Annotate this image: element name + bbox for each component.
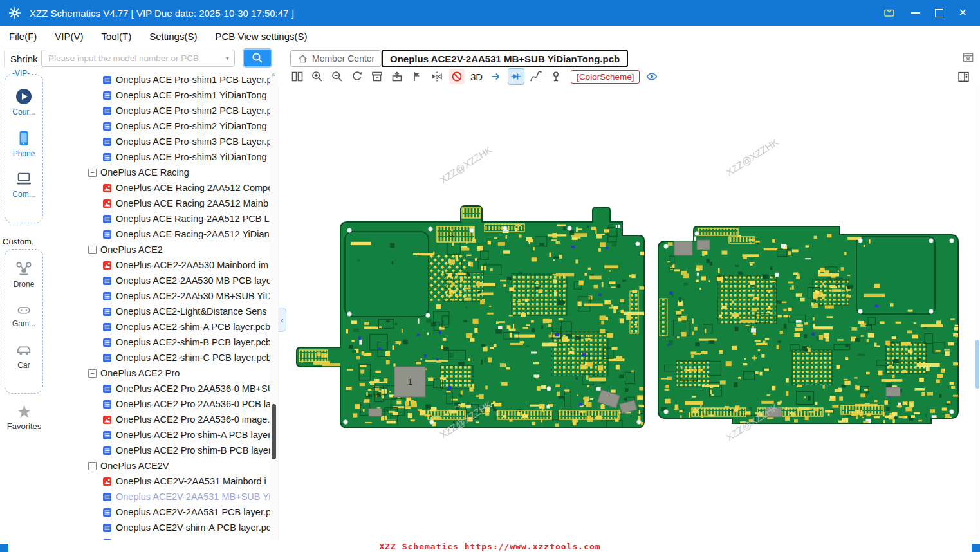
menu-item[interactable]: File(F) [0, 31, 46, 42]
pcb-file-icon [102, 307, 112, 317]
pcb-board-image[interactable]: 1 [279, 86, 975, 539]
tree-item[interactable]: − Oneplus ACE Pro-shim2 PCB Layer.p [48, 103, 270, 118]
search-button[interactable] [243, 48, 272, 68]
image-file-icon [102, 477, 112, 486]
3d-view-button[interactable]: 3D [469, 71, 484, 82]
tree-item[interactable]: − Oneplus ACE2-shim-B PCB layer.pcb [48, 335, 270, 350]
tree-item[interactable]: − Oneplus ACE2V-shim-A PCB layer.pc [48, 520, 270, 535]
highlight-icon[interactable] [449, 69, 465, 84]
collapse-minus-icon[interactable]: − [88, 462, 97, 470]
search-input[interactable] [47, 53, 223, 64]
tree-item[interactable]: − Oneplus ACE Pro-shim2 YiDianTong [48, 118, 270, 134]
watermark: XZZ@XZZHK [438, 144, 494, 186]
tree-item[interactable]: − OnePlus ACE Racing 2AA512 Compo [48, 180, 270, 196]
viewer-scroll-thumb[interactable] [975, 340, 979, 389]
tree-item-label: OnePlus ACE2 Pro [100, 368, 180, 378]
close-button[interactable]: ✕ [959, 8, 967, 18]
minimize-button[interactable] [911, 12, 920, 14]
tree-item[interactable]: − OnePlus ACE2 [48, 242, 270, 257]
tree-item[interactable]: − Oneplus ACE2-shim-C PCB layer.pcb [48, 350, 270, 365]
chevron-down-icon[interactable]: ▾ [225, 54, 229, 62]
tree-item[interactable]: − Oneplus ACE Racing-2AA512 YiDian [48, 226, 270, 242]
sidebar-item-game[interactable]: Gam... [12, 303, 35, 328]
menu-bar: File(F)VIP(V)Tool(T)Settings(S)PCB View … [0, 26, 980, 48]
sidebar-item-car[interactable]: Car [15, 342, 32, 370]
tree-item[interactable]: − OnePlus ACE2 Pro shim-B PCB layer. [48, 443, 270, 458]
menu-item[interactable]: PCB View settings(S) [206, 31, 316, 42]
sidebar-item-computer[interactable]: Com... [12, 171, 35, 199]
tree-item[interactable]: − Oneplus ACE2-Light&Distance Sens [48, 304, 270, 319]
model-search-box[interactable]: ▾ [41, 50, 235, 67]
diode-icon[interactable] [508, 69, 524, 84]
viewer-scrollbar[interactable] [975, 86, 980, 540]
scroll-up-icon[interactable]: ^ [272, 72, 275, 80]
menu-item[interactable]: Tool(T) [93, 31, 141, 42]
tree-scroll-thumb[interactable] [272, 404, 276, 459]
tree-item-label: Oneplus ACE Racing-2AA512 PCB La [116, 214, 270, 224]
tree-item[interactable]: − Oneplus ACE2V-2AA531 MB+SUB Yi [48, 489, 270, 504]
tree-item-label: OnePlus ACE Racing 2AA512 Compo [116, 183, 270, 193]
sidebar-item-drone[interactable]: Drone [14, 261, 35, 289]
open-file-tab[interactable]: Oneplus ACE2V-2AA531 MB+SUB YiDianTong.p… [382, 50, 628, 68]
tree-item[interactable]: − Oneplus ACE Pro-shim3 YiDianTong [48, 149, 270, 165]
tree-item-label: Oneplus ACE2-shim-A PCB layer.pcb [116, 322, 270, 332]
refresh-icon[interactable] [349, 69, 365, 84]
tree-item-label: OnePlus ACE2 Pro shim-A PCB layer. [116, 430, 270, 440]
member-center-button[interactable]: Member Center [290, 50, 382, 67]
tree-item[interactable]: − [48, 535, 270, 540]
pcb-canvas[interactable]: 1 [278, 86, 975, 540]
tree-item[interactable]: − OnePlus ACE2 Pro 2AA536-0 PCB lay [48, 396, 270, 412]
zoom-in-icon[interactable] [310, 69, 325, 84]
menu-item[interactable]: Settings(S) [140, 31, 206, 42]
sidebar-item-course[interactable]: Cour... [12, 87, 35, 116]
tree-item[interactable]: − Oneplus ACE Pro-shim3 PCB Layer.p [48, 134, 270, 149]
tree-item[interactable]: − Oneplus ACE Racing-2AA512 PCB La [48, 211, 270, 226]
flag-icon[interactable] [409, 69, 425, 84]
tree-item[interactable]: − Oneplus ACE2-2AA530 MB PCB laye [48, 273, 270, 288]
tree-item-label: Oneplus ACE Pro-shim1 PCB Layer.p [116, 75, 270, 85]
pcb-file-icon [102, 353, 112, 363]
tree-item[interactable]: − OnePlus ACE2V-2AA531 Mainbord i [48, 474, 270, 489]
collapse-minus-icon[interactable]: − [88, 369, 97, 378]
tree-item[interactable]: − OnePlus ACE Racing 2AA512 Mainb [48, 196, 270, 211]
tree-item[interactable]: − Oneplus ACE2-2AA530 MB+SUB YiD [48, 288, 270, 304]
tree-item[interactable]: − OnePlus ACE2 Pro 2AA536-0 image. [48, 412, 270, 427]
export-icon[interactable] [389, 69, 405, 84]
eye-icon[interactable] [644, 69, 660, 84]
close-file-icon[interactable] [962, 51, 974, 64]
tree-scrollbar[interactable]: ^ [270, 71, 278, 540]
skin-icon[interactable] [883, 6, 896, 19]
tree-item[interactable]: − OnePlus ACE2 Pro 2AA536-0 MB+SU [48, 381, 270, 396]
probe-pin-icon[interactable] [548, 69, 564, 84]
status-bar: XZZ Schematics https://www.xzztools.com [0, 540, 980, 552]
layer-panel-icon[interactable] [956, 69, 971, 84]
tree-item[interactable]: − OnePlus ACE Racing [48, 165, 270, 180]
menu-item[interactable]: VIP(V) [46, 31, 92, 42]
tree-item[interactable]: − Oneplus ACE2V-2AA531 PCB layer.p [48, 504, 270, 520]
maximize-button[interactable] [935, 9, 943, 17]
archive-box-icon[interactable] [369, 69, 385, 84]
split-view-icon[interactable] [290, 69, 305, 84]
tree-item[interactable]: − OnePlus ACE2-2AA530 Mainbord im [48, 257, 270, 273]
arrow-right-icon[interactable] [488, 69, 504, 84]
color-scheme-button[interactable]: [ColorScheme] [571, 70, 640, 84]
tree-item[interactable]: − Oneplus ACE Pro-shim1 YiDianTong [48, 87, 270, 103]
drone-icon [15, 261, 32, 278]
curve-icon[interactable] [528, 69, 544, 84]
tree-item[interactable]: − OnePlus ACE2 Pro shim-A PCB layer. [48, 427, 270, 443]
tree-item[interactable]: − Oneplus ACE Pro-shim1 PCB Layer.p [48, 72, 270, 87]
collapse-minus-icon[interactable]: − [88, 169, 97, 177]
collapse-minus-icon[interactable]: − [88, 246, 97, 254]
pcb-file-icon [102, 91, 112, 100]
tree-item[interactable]: − OnePlus ACE2 Pro [48, 365, 270, 381]
shrink-button[interactable]: Shrink [4, 50, 44, 68]
tree-item[interactable]: − Oneplus ACE2-shim-A PCB layer.pcb [48, 319, 270, 335]
tree-item[interactable]: − OnePlus ACE2V [48, 458, 270, 474]
flip-horizontal-icon[interactable] [429, 69, 445, 84]
pcb-file-icon [102, 430, 112, 440]
collapse-tree-handle[interactable]: ‹ [279, 308, 286, 332]
zoom-out-icon[interactable] [329, 69, 345, 84]
tree-item-label: OnePlus ACE2-2AA530 Mainbord im [116, 260, 268, 270]
sidebar-item-favorites[interactable]: ★ Favorites [0, 403, 48, 431]
sidebar-item-phone[interactable]: Phone [13, 129, 35, 158]
